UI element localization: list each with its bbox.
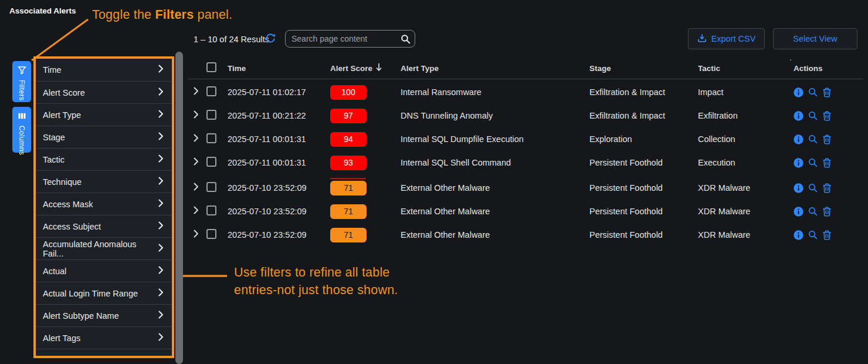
row-expand-button[interactable] [194,134,206,144]
cell-stage: Exploration [589,134,698,144]
annotation-text-bold: Filters [155,8,194,22]
column-header-alert-type[interactable]: Alert Type [401,64,589,73]
row-expand-button[interactable] [194,230,206,240]
annotation-line-2: entries-not just those shown. [234,281,398,299]
row-expand-button[interactable] [194,110,206,121]
info-button[interactable] [794,134,803,144]
filter-item[interactable]: Accumulated Anomalous Fail... [36,237,172,259]
column-header-stage[interactable]: Stage [589,64,698,73]
row-checkbox[interactable] [206,205,216,215]
filter-item-label: Time [43,65,62,75]
columns-tab-label: Columns [18,126,26,155]
search-input[interactable] [286,31,415,47]
cell-alert-type: Internal SQL Shell Command [401,158,589,167]
export-csv-button[interactable]: Export CSV [688,28,765,49]
alert-score-badge: 71 [330,181,367,196]
column-header-tactic[interactable]: Tactic [698,64,794,73]
alert-score-header-label: Alert Score [330,64,372,73]
filter-item[interactable]: Actual Login Time Range [36,282,172,304]
delete-trash-button[interactable] [822,134,832,144]
results-count: 1 – 10 of 24 Results [194,35,269,44]
delete-trash-button[interactable] [822,87,832,97]
filter-item[interactable]: Stage [36,126,172,148]
columns-tab-button[interactable]: Columns [12,107,31,153]
chevron-right-icon [194,134,199,144]
select-view-button[interactable]: Select View [773,28,857,49]
row-expand-button[interactable] [194,157,206,168]
filter-item-label: Technique [43,177,82,187]
filter-item[interactable]: Technique [36,170,172,193]
row-checkbox[interactable] [206,229,216,239]
filter-item[interactable]: Access Subject [36,215,172,237]
column-header-alert-score[interactable]: Alert Score [330,63,401,73]
cell-actions [794,230,863,240]
row-checkbox[interactable] [206,157,216,167]
row-checkbox[interactable] [206,110,216,120]
delete-trash-button[interactable] [822,183,832,193]
investigate-search-button[interactable] [808,230,818,240]
refresh-icon [265,33,276,44]
filter-item[interactable]: Actual [36,259,172,282]
investigate-search-button[interactable] [808,134,818,144]
filter-list: Time Alert Score Alert Type Stage Tactic… [36,59,172,349]
row-checkbox[interactable] [206,86,216,96]
investigate-search-button[interactable] [808,111,818,120]
export-csv-label: Export CSV [711,34,756,43]
filter-item-label: Accumulated Anomalous Fail... [43,240,158,258]
info-button[interactable] [794,183,803,193]
info-button[interactable] [794,207,803,217]
cell-stage: Persistent Foothold [589,207,698,216]
refresh-button[interactable] [265,33,276,44]
info-button[interactable] [794,87,803,97]
cell-time: 2025-07-10 23:52:09 [228,230,330,240]
annotation-refine-filters: Use filters to refine all table entries-… [234,264,398,299]
row-expand-button[interactable] [194,206,206,217]
cell-alert-score: 71 [330,223,401,247]
filter-item[interactable]: Tactic [36,148,172,170]
cell-tactic: Impact [698,87,794,97]
chevron-right-icon [194,87,199,97]
select-view-label: Select View [793,34,838,43]
search-icon[interactable] [401,34,411,46]
cell-time: 2025-07-11 01:02:17 [228,87,330,97]
filter-item[interactable]: Time [36,59,172,81]
sort-desc-icon [375,63,382,73]
row-checkbox[interactable] [206,182,216,192]
download-icon [697,33,707,45]
info-button[interactable] [794,230,803,240]
info-button[interactable] [794,111,803,121]
filter-item[interactable]: Alert Tags [36,326,172,349]
associated-alerts-page: Associated Alerts Toggle the Filters pan… [0,0,868,364]
delete-trash-button[interactable] [822,158,832,168]
investigate-search-button[interactable] [808,158,818,167]
filter-item[interactable]: Alert Subtype Name [36,304,172,326]
cell-actions [794,207,863,217]
info-button[interactable] [794,158,803,168]
column-header-time[interactable]: Time [228,64,330,73]
vertical-scrollbar[interactable] [175,52,183,364]
row-checkbox[interactable] [206,133,216,143]
delete-trash-button[interactable] [822,111,832,121]
delete-trash-button[interactable] [822,230,832,240]
select-all-checkbox[interactable] [206,62,216,72]
row-expand-button[interactable] [194,87,206,97]
investigate-search-button[interactable] [808,207,818,216]
filter-item-label: Tactic [43,155,65,164]
cell-tactic: XDR Malware [698,183,794,193]
cell-alert-type: Internal SQL Dumpfile Execution [401,134,589,144]
alert-score-badge: 94 [330,132,367,147]
row-expand-button[interactable] [194,183,206,193]
column-resize-handle[interactable] [790,59,791,60]
investigate-search-button[interactable] [808,87,818,97]
severity-divider-line [330,178,366,179]
chevron-right-icon [194,206,199,217]
cell-tactic: Exfiltration [698,111,794,120]
delete-trash-button[interactable] [822,207,832,217]
investigate-search-button[interactable] [808,183,818,193]
filters-tab-button[interactable]: Filters [12,61,31,102]
filter-item[interactable]: Access Mask [36,193,172,215]
filters-panel: Time Alert Score Alert Type Stage Tactic… [33,56,174,358]
chevron-right-icon [158,87,164,98]
filter-item[interactable]: Alert Type [36,103,172,126]
filter-item[interactable]: Alert Score [36,81,172,103]
